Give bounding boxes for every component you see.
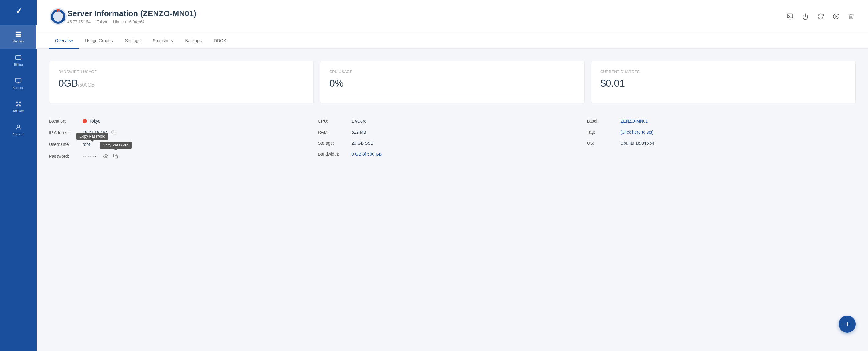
label-row: Label: ZENZO-MN01 [587,116,856,127]
add-server-button[interactable]: + [839,316,856,333]
username-label: Username: [49,142,80,147]
info-section-right: Label: ZENZO-MN01 Tag: [Click here to se… [587,116,856,162]
copy-password-icon [113,154,118,159]
svg-rect-32 [115,156,118,158]
cpu-usage-label: CPU Usage [330,70,575,74]
tab-ddos[interactable]: DDOS [208,33,232,49]
account-icon [15,124,22,131]
label-label: Label: [587,119,618,124]
header-meta: 45.77.15.154 Tokyo Ubuntu 16.04 x64 [67,20,196,24]
restart-icon [817,13,824,20]
console-icon [787,13,794,20]
location-value: Tokyo [83,119,101,124]
os-row: OS: Ubuntu 16.04 x64 [587,137,856,149]
main-content: Server Information (ZENZO-MN01) 45.77.15… [37,0,868,351]
tag-value[interactable]: [Click here to set] [621,130,654,134]
sidebar-item-support[interactable]: Support [0,72,37,95]
username-row: Username: root Copy Password [49,139,318,150]
sidebar-item-account[interactable]: Account [0,118,37,141]
svg-point-29 [838,14,838,15]
os-label: OS: [587,141,618,146]
storage-label: Storage: [318,141,348,146]
snapshot-button[interactable] [831,12,840,21]
svg-rect-3 [16,56,21,60]
info-grid: Location: Tokyo IP Address: 45.77.15.154 [49,116,856,162]
header-actions [785,12,856,21]
ram-row: RAM: 512 MB [318,127,587,137]
eye-icon [103,154,108,159]
copy-icon [111,130,116,135]
sidebar: ✓ Servers Billing Support [0,0,37,351]
ip-row: IP Address: 45.77.15.154 [49,127,318,139]
info-section-middle: CPU: 1 vCore RAM: 512 MB Storage: 20 GB … [318,116,587,162]
snapshot-icon [833,13,839,20]
page-title: Server Information (ZENZO-MN01) [67,9,196,18]
ip-label: IP Address: [49,130,80,135]
power-button[interactable] [801,12,810,21]
username-value: root Copy Password [83,142,92,147]
label-value[interactable]: ZENZO-MN01 [621,119,648,124]
password-label: Password: [49,154,80,159]
charges-label: Current Charges [600,70,846,74]
bandwidth-info-row: Bandwidth: 0 GB of 500 GB [318,149,587,160]
sidebar-logo: ✓ [15,6,22,16]
sidebar-item-account-label: Account [12,132,25,136]
bandwidth-card: Bandwidth Usage 0GB/500GB [49,61,314,103]
svg-rect-0 [16,32,21,33]
console-button[interactable] [785,12,795,21]
bandwidth-label: Bandwidth Usage [58,70,304,74]
tokyo-flag [83,119,87,123]
sidebar-item-billing[interactable]: Billing [0,49,37,72]
tab-backups[interactable]: Backups [179,33,208,49]
svg-rect-24 [787,14,793,18]
delete-icon [848,13,855,20]
tab-snapshots[interactable]: Snapshots [147,33,179,49]
svg-rect-2 [16,36,21,37]
password-dots: ······· [83,153,100,159]
location-label: Location: [49,119,80,124]
server-location: Tokyo [97,20,107,24]
location-row: Location: Tokyo [49,116,318,127]
password-row: Password: ······· Copy Password [49,150,318,162]
billing-icon [15,54,22,61]
svg-rect-8 [16,101,18,103]
overview-content: Bandwidth Usage 0GB/500GB CPU Usage 0% C… [37,49,868,351]
charges-value: $0.01 [600,78,846,89]
power-icon [802,13,809,20]
password-value: ······· Copy Password [83,153,119,159]
svg-rect-5 [16,78,21,82]
bandwidth-value: 0GB/500GB [58,78,304,89]
storage-value: 20 GB SSD [351,141,373,146]
ram-label: RAM: [318,130,348,134]
storage-row: Storage: 20 GB SSD [318,137,587,149]
svg-rect-9 [19,101,21,103]
copy-password-button[interactable] [112,153,119,159]
charges-card: Current Charges $0.01 [591,61,856,103]
ram-value: 512 MB [351,130,366,134]
sidebar-item-support-label: Support [12,86,25,90]
show-password-button[interactable] [102,153,110,159]
copy-password-container: Copy Password [112,153,119,159]
tab-overview[interactable]: Overview [49,33,79,49]
delete-button[interactable] [846,12,856,21]
bandwidth-info-value[interactable]: 0 GB of 500 GB [351,152,382,157]
affiliate-icon [15,101,22,107]
info-section-left: Location: Tokyo IP Address: 45.77.15.154 [49,116,318,162]
server-header: Server Information (ZENZO-MN01) 45.77.15… [37,0,868,33]
sidebar-item-affiliate[interactable]: Affiliate [0,95,37,118]
tabs-bar: Overview Usage Graphs Settings Snapshots… [37,33,868,49]
os-value: Ubuntu 16.04 x64 [621,141,654,146]
svg-point-15 [17,125,19,127]
sidebar-item-servers[interactable]: Servers [0,25,37,49]
tab-settings[interactable]: Settings [119,33,147,49]
copy-ip-button[interactable] [110,130,118,136]
bandwidth-info-label: Bandwidth: [318,152,348,157]
server-ip: 45.77.15.154 [67,20,91,24]
header-info: Server Information (ZENZO-MN01) 45.77.15… [67,9,196,24]
tab-usage-graphs[interactable]: Usage Graphs [79,33,119,49]
cpu-label: CPU: [318,119,348,124]
restart-button[interactable] [816,12,825,21]
sidebar-item-servers-label: Servers [12,39,24,43]
cpu-usage-value: 0% [330,78,575,89]
svg-point-31 [105,156,106,157]
